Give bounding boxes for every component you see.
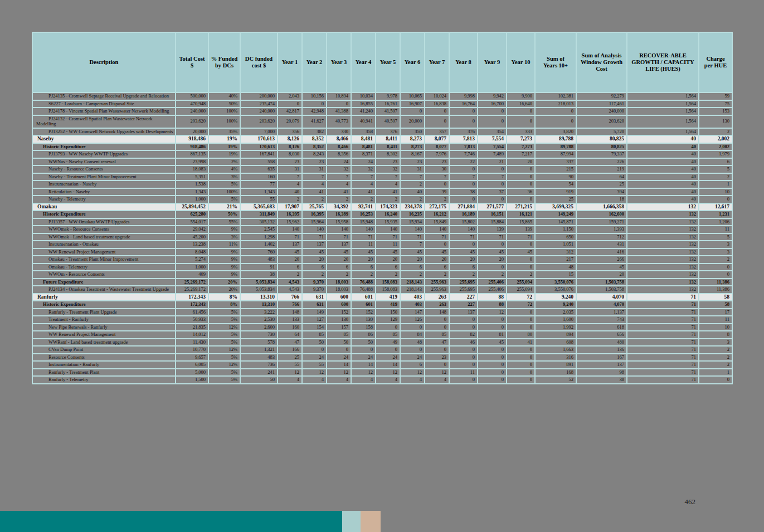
cell-value: 18,003 xyxy=(327,286,351,294)
cell-value: 85 xyxy=(425,331,449,339)
cell-value: 71 xyxy=(627,361,699,369)
cell-value: 23 xyxy=(400,158,425,166)
cell-value: 255,963 xyxy=(425,286,449,294)
cell-value: 85 xyxy=(376,331,400,339)
cell-value: 1,051 xyxy=(535,241,576,248)
cell-value: 137 xyxy=(449,309,478,316)
page-number: 462 xyxy=(685,497,696,506)
cell-value: 130 xyxy=(351,316,376,324)
cell-value: 13,310 xyxy=(240,294,278,301)
cell-value: 75 xyxy=(699,100,732,108)
cell-value: 3,550,076 xyxy=(535,279,576,286)
cell-value: 24 xyxy=(376,354,400,362)
cell-value: 1,150 xyxy=(535,226,576,233)
cell-value: 12 xyxy=(400,369,425,377)
cell-value: 7 xyxy=(478,173,507,181)
cell-value: 356 xyxy=(278,128,302,136)
cell-value: 16,838 xyxy=(425,100,449,108)
cell-value: 1,321 xyxy=(240,346,278,354)
cell-value: 40 xyxy=(627,180,699,188)
cell-value: 7,554 xyxy=(478,143,507,151)
cell-value: 350 xyxy=(400,128,425,136)
cell-value: 31 xyxy=(302,165,327,173)
cell-value: 218,143 xyxy=(400,279,425,286)
cell-value: 1,500 xyxy=(176,376,208,384)
cell-value: 71 xyxy=(627,324,699,331)
cell-value: 2,530 xyxy=(240,316,278,324)
cell-value: 9% xyxy=(208,271,240,279)
cell-value: 226 xyxy=(576,158,627,166)
cell-value: 84 xyxy=(400,331,425,339)
cell-value: 9% xyxy=(208,226,240,233)
cell-value: 140 xyxy=(327,226,351,233)
cell-value: 4 xyxy=(376,376,400,384)
cell-value: 32 xyxy=(376,165,400,173)
cell-value: 71 xyxy=(302,233,327,241)
cell-value: 6 xyxy=(327,263,351,271)
cell-value: 71 xyxy=(400,233,425,241)
col-header-year-3: Year 3 xyxy=(327,32,351,92)
cell-value: 40 xyxy=(627,196,699,203)
cell-value: 5,720 xyxy=(576,128,627,136)
table-row: Naseby - Telemetry1,0005%552222222000251… xyxy=(32,196,732,203)
cell-value: 337 xyxy=(535,158,576,166)
cell-value: 4 xyxy=(351,180,376,188)
cell-value: 12 xyxy=(478,309,507,316)
cell-value: 1,206 xyxy=(699,218,732,226)
cell-value: 45 xyxy=(278,248,302,256)
table-row: PJ13252 - WW Cromwell Network Upgrades w… xyxy=(32,128,732,136)
cell-value: 918,486 xyxy=(176,143,208,151)
cell-value: 1,600 xyxy=(535,316,576,324)
cell-value: 1,979 xyxy=(699,150,732,158)
cell-value: 0 xyxy=(425,180,449,188)
cell-value: 8,273 xyxy=(400,135,425,143)
cell-value: 0 xyxy=(449,180,478,188)
cell-value: 71 xyxy=(376,233,400,241)
row-description: Historic Expenditure xyxy=(32,301,176,309)
cell-value: 0 xyxy=(478,376,507,384)
cell-value: 14 xyxy=(376,361,400,369)
cell-value: 631 xyxy=(302,301,327,309)
cell-value: 2 xyxy=(376,271,400,279)
row-description: CVan Dump Point xyxy=(32,346,176,354)
table-row: Instrumentation - Naseby1,5385%774444420… xyxy=(32,180,732,188)
cell-value: 45 xyxy=(327,248,351,256)
cell-value: 47 xyxy=(425,339,449,346)
col-header-year-7: Year 7 xyxy=(425,32,449,92)
table-row: WWOmak - Resource Consents29,0429%2,5451… xyxy=(32,226,732,233)
cell-value: 140 xyxy=(351,226,376,233)
cell-value: 100% xyxy=(208,188,240,196)
cell-value: 0 xyxy=(507,180,535,188)
row-description: Naseby - Telemetry xyxy=(32,196,176,203)
table-row: Historic Expenditure172,3438%13,31076663… xyxy=(32,301,732,309)
cell-value: 158,083 xyxy=(376,279,400,286)
cell-value: 45 xyxy=(425,248,449,256)
cell-value: 23 xyxy=(376,158,400,166)
cell-value: 15,802 xyxy=(449,218,478,226)
cell-value: 130 xyxy=(699,115,732,128)
cell-value: 0 xyxy=(507,354,535,362)
cell-value: 2 xyxy=(699,256,732,263)
cell-value: 41 xyxy=(376,188,400,196)
cell-value: 8,371 xyxy=(351,150,376,158)
cell-value: 0 xyxy=(699,196,732,203)
table-row: Ranfurly172,3438%13,31076663160060141940… xyxy=(32,294,732,301)
table-row: Naseby918,48619%170,6138,1268,3528,4668,… xyxy=(32,135,732,143)
cell-value: 8,126 xyxy=(278,135,302,143)
cell-value: 154 xyxy=(302,324,327,331)
row-description: Ranfurly - Treatment Plant xyxy=(32,369,176,377)
cell-value: 2 xyxy=(699,361,732,369)
cell-value: 15,849 xyxy=(425,218,449,226)
cell-value: 8,411 xyxy=(376,135,400,143)
cell-value: 92,279 xyxy=(576,92,627,100)
cell-value: 72 xyxy=(507,294,535,301)
cell-value: 0 xyxy=(327,346,351,354)
dc-schedule-table: DescriptionTotal Cost $% Funded by DCsDC… xyxy=(32,32,733,384)
cell-value: 5% xyxy=(208,196,240,203)
cell-value: 1,000 xyxy=(176,196,208,203)
cell-value: 50 xyxy=(302,339,327,346)
cell-value: 9% xyxy=(208,256,240,263)
cell-value: 4 xyxy=(351,376,376,384)
cell-value: 40 xyxy=(627,173,699,181)
cell-value: 50 xyxy=(240,376,278,384)
